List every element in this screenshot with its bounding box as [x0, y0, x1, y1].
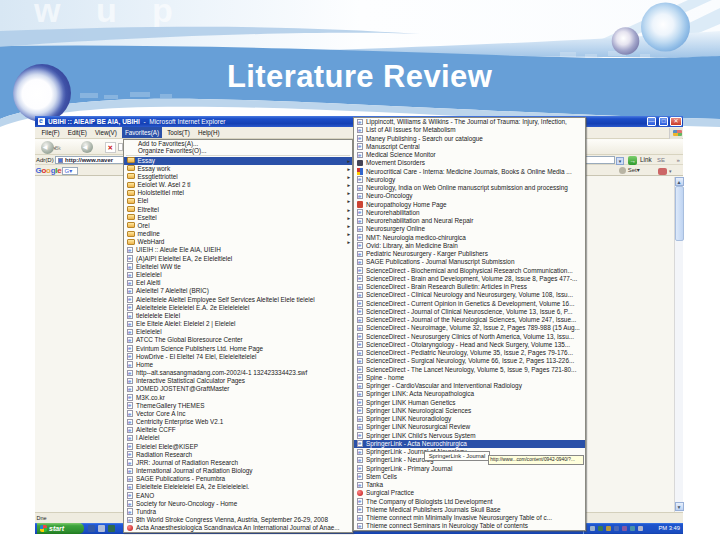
svg-text:w u p: w u p	[33, 0, 186, 29]
